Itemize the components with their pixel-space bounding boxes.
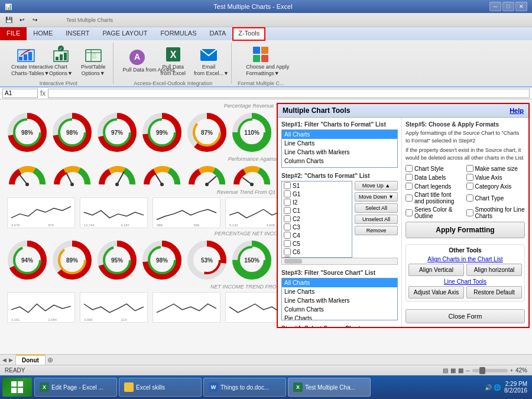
unselect-all-btn[interactable]: Unselect All — [355, 215, 398, 224]
line-chart-7[interactable] — [153, 292, 220, 323]
sheet-tab-donut[interactable]: Donut — [15, 355, 46, 365]
check-i2[interactable]: I2 — [282, 198, 352, 206]
align-vertical-btn[interactable]: Align Vertical — [408, 264, 464, 276]
zoom-minus[interactable]: ─ — [466, 368, 469, 374]
step3-item-pie[interactable]: Pie Charts — [282, 314, 397, 320]
check-value-axis[interactable]: Value Axis — [466, 174, 525, 181]
donut-chart-3[interactable]: 97% — [97, 112, 137, 153]
step1-list[interactable]: All Charts Line Charts Line Charts with … — [281, 129, 398, 168]
qat-undo[interactable]: ↩ — [17, 15, 27, 25]
step1-item-line[interactable]: Line Charts — [282, 139, 397, 148]
tab-ztools[interactable]: Z-Tools — [232, 27, 265, 41]
check-chart-title-font[interactable]: Chart title fontand positioning — [406, 192, 465, 205]
tab-file[interactable]: FILE — [0, 27, 27, 40]
check-c5[interactable]: C5 — [282, 239, 352, 248]
check-c4-input[interactable] — [284, 232, 291, 239]
zoom-plus[interactable]: + — [510, 368, 513, 374]
gauge-1[interactable] — [7, 164, 47, 187]
taskbar-item-excel-test[interactable]: X Test Multiple Cha... — [288, 378, 371, 397]
check-c2[interactable]: C2 — [282, 215, 352, 223]
gauge-2[interactable] — [52, 164, 92, 187]
step3-list[interactable]: All Charts Line Charts Line Charts with … — [281, 278, 398, 320]
check-same-size-input[interactable] — [466, 165, 473, 172]
pivot-options-btn[interactable]: PivotTableOptions▼ — [78, 43, 109, 79]
donut-chart-11[interactable]: 53% — [187, 240, 227, 280]
step2-list[interactable]: S1 G1 I2 C1 C2 C3 C4 C5 C6 L1 — [281, 181, 352, 258]
pull-excel-btn[interactable]: X Pull Datafrom Excel — [157, 43, 189, 79]
donut-chart-10[interactable]: 98% — [142, 240, 182, 280]
tab-formulas[interactable]: FORMULAS — [154, 27, 203, 40]
check-s1-input[interactable] — [284, 182, 291, 189]
line-chart-5[interactable]: 3,191 2,084 — [7, 292, 75, 323]
tab-data[interactable]: DATA — [203, 27, 233, 40]
check-g1-input[interactable] — [284, 190, 291, 197]
step1-item-all[interactable]: All Charts — [282, 130, 397, 139]
donut-chart-4[interactable]: 99% — [142, 112, 182, 153]
check-c6-input[interactable] — [284, 248, 291, 255]
gauge-5[interactable] — [187, 164, 227, 187]
tab-home[interactable]: HOME — [27, 27, 59, 40]
line-chart-1[interactable]: 4,476 875 — [7, 197, 75, 228]
select-all-btn[interactable]: Select All — [355, 203, 398, 213]
donut-chart-8[interactable]: 89% — [52, 240, 92, 280]
check-value-axis-input[interactable] — [466, 174, 473, 181]
check-c3-input[interactable] — [284, 223, 291, 231]
maximize-btn[interactable]: □ — [502, 2, 514, 11]
donut-chart-12[interactable]: 150% — [232, 240, 272, 280]
qat-redo[interactable]: ↪ — [30, 15, 40, 25]
name-box[interactable] — [2, 89, 38, 98]
check-series-color-input[interactable] — [406, 209, 413, 216]
step1-item-column[interactable]: Column Charts — [282, 157, 397, 166]
check-c3[interactable]: C3 — [282, 223, 352, 231]
step1-item-line-markers[interactable]: Line Charts with Markers — [282, 148, 397, 157]
check-smoothing-input[interactable] — [466, 209, 473, 216]
add-sheet-btn[interactable]: ⊕ — [46, 355, 55, 365]
check-chart-legends-input[interactable] — [406, 183, 413, 190]
check-series-color[interactable]: Series Color & Outline — [406, 206, 465, 219]
check-chart-title-font-input[interactable] — [406, 194, 413, 202]
check-data-labels[interactable]: Data Labels — [406, 174, 465, 181]
check-chart-type[interactable]: Chart Type — [466, 192, 525, 205]
check-l1-input[interactable] — [284, 257, 291, 258]
check-c4[interactable]: C4 — [282, 231, 352, 239]
line-chart-tools-link[interactable]: Line Chart Tools — [408, 278, 522, 285]
create-interactive-btn[interactable]: Create InteractiveCharts-Tables▼ — [8, 43, 44, 79]
check-c2-input[interactable] — [284, 215, 291, 222]
check-chart-legends[interactable]: Chart legends — [406, 183, 465, 190]
email-btn[interactable]: Emailfrom Excel...▼ — [191, 43, 226, 79]
tab-page-layout[interactable]: PAGE LAYOUT — [96, 27, 154, 40]
check-c5-input[interactable] — [284, 240, 291, 247]
donut-chart-9[interactable]: 95% — [97, 240, 137, 280]
line-chart-6[interactable]: 3,006 114 — [80, 292, 148, 323]
check-s1[interactable]: S1 — [282, 181, 352, 190]
align-charts-link[interactable]: Align Charts in the Chart List — [408, 256, 522, 262]
check-same-size[interactable]: Make same size — [466, 165, 525, 172]
move-up-btn[interactable]: Move Up ▲ — [355, 181, 398, 190]
donut-chart-6[interactable]: 110% — [232, 112, 272, 153]
check-smoothing[interactable]: Smoothing for Line Charts — [466, 206, 525, 219]
check-g1[interactable]: G1 — [282, 190, 352, 198]
tab-insert[interactable]: INSERT — [59, 27, 96, 40]
taskbar-item-word[interactable]: W Things to do.doc... — [203, 378, 286, 397]
pull-access-btn[interactable]: A Pull Data from Access — [119, 46, 155, 76]
line-chart-2[interactable]: 12,744 4,187 — [80, 197, 148, 228]
check-i2-input[interactable] — [284, 199, 291, 206]
choose-format-btn[interactable]: Choose and ApplyFormattings▼ — [243, 43, 278, 79]
panel-help-link[interactable]: Help — [510, 107, 524, 114]
check-category-axis-input[interactable] — [466, 183, 473, 190]
move-down-btn[interactable]: Move Down ▼ — [355, 192, 398, 202]
zoom-slider[interactable] — [472, 369, 508, 372]
step2-hscroll[interactable] — [281, 258, 398, 265]
status-view-layout[interactable]: ▦ — [450, 367, 456, 374]
donut-chart-5[interactable]: 87% — [187, 112, 227, 153]
gauge-6[interactable] — [232, 164, 272, 187]
adjust-value-axis-btn[interactable]: Adjust Value Axis — [408, 286, 464, 299]
taskbar-item-folder[interactable]: Excel skills — [119, 378, 202, 397]
restore-default-btn[interactable]: Restore Default — [466, 286, 522, 299]
donut-chart-1[interactable]: 98% — [7, 112, 47, 153]
check-data-labels-input[interactable] — [406, 174, 413, 181]
gauge-4[interactable] — [142, 164, 182, 187]
status-view-page-break[interactable]: ▩ — [458, 367, 463, 374]
step3-item-line-markers[interactable]: Line Charts with Markers — [282, 296, 397, 305]
gauge-3[interactable] — [97, 164, 137, 187]
